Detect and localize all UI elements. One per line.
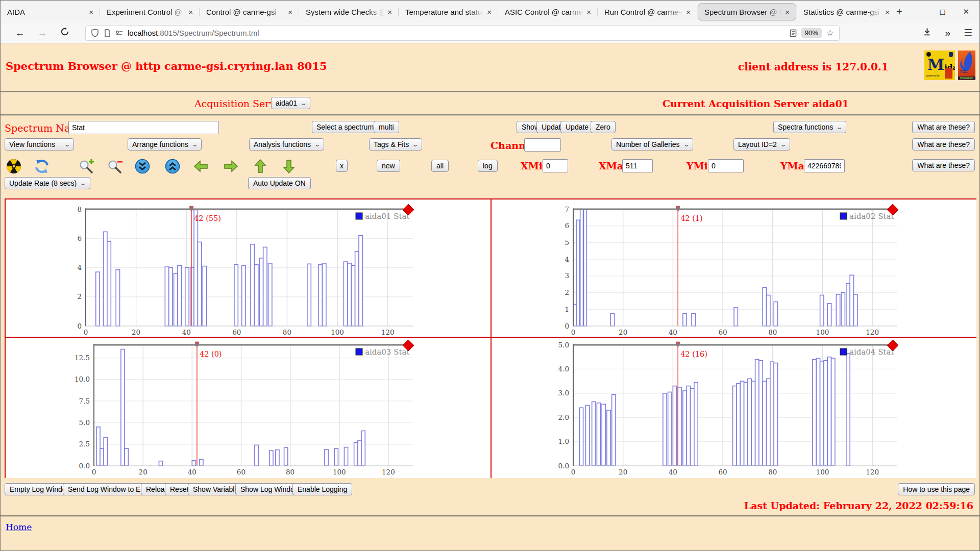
tab-aida[interactable]: AIDA× <box>1 3 100 20</box>
spectrum-panel-aida03: 42 (0)0.02.55.07.510.012.502040608010012… <box>6 338 491 478</box>
all-button[interactable]: all <box>431 160 449 172</box>
tab-experiment-control-ca[interactable]: Experiment Control @ ca× <box>101 3 199 20</box>
midas-logo[interactable]: Midas powered by <box>924 51 955 80</box>
tab-close-icon[interactable]: × <box>386 8 393 16</box>
url-field[interactable]: localhost:8015/Spectrum/Spectrum.tml 90%… <box>85 26 840 41</box>
shield-icon[interactable] <box>91 29 99 37</box>
tab-close-icon[interactable]: × <box>187 8 194 16</box>
reader-mode-icon[interactable] <box>790 29 797 37</box>
number-of-galleries-select[interactable]: Number of Galleries⌄ <box>611 138 693 151</box>
acquisition-server-select[interactable]: aida01⌄ <box>271 97 310 109</box>
y-tick-label: 0 <box>77 322 82 330</box>
tcl-powered-text: POWERED <box>958 77 975 80</box>
spectrum-chart-aida01[interactable]: 42 (55)02468020406080100120aida01 Stat <box>6 199 489 336</box>
downloads-icon[interactable] <box>923 28 932 39</box>
spectrum-chart-aida03[interactable]: 42 (0)0.02.55.07.510.012.502040608010012… <box>6 338 489 477</box>
spectra-functions-select[interactable]: Spectra functions⌄ <box>773 121 846 133</box>
x-tick-label: 100 <box>331 328 344 336</box>
scroll-down-icon[interactable] <box>134 159 151 174</box>
x-tick-label: 40 <box>188 468 197 476</box>
page-info-icon[interactable] <box>104 29 111 37</box>
what-are-these-button[interactable]: What are these? <box>912 138 975 151</box>
tab-label: Statistics @ carme-gsi <box>803 8 882 16</box>
tab-control-carme-gsi[interactable]: Control @ carme-gsi× <box>200 3 299 20</box>
view-functions-select[interactable]: View functions⌄ <box>5 138 74 151</box>
spectrum-chart-aida04[interactable]: 42 (16)0.01.02.03.04.05.0020406080100120… <box>492 338 975 477</box>
tab-run-control-carme-gs[interactable]: Run Control @ carme-gs× <box>598 3 697 20</box>
browser-window: AIDA×Experiment Control @ ca×Control @ c… <box>0 0 980 551</box>
overflow-menu-icon[interactable]: » <box>945 28 950 39</box>
arrange-functions-select[interactable]: Arrange functions⌄ <box>128 138 202 151</box>
zero-button[interactable]: Zero <box>591 121 616 133</box>
bookmark-star-icon[interactable]: ☆ <box>826 28 834 38</box>
tab-close-icon[interactable]: × <box>685 8 692 16</box>
pan-left-icon[interactable] <box>193 159 209 174</box>
ymin-input[interactable] <box>708 159 744 172</box>
tab-close-icon[interactable]: × <box>287 8 293 16</box>
new-button[interactable]: new <box>377 160 400 172</box>
cursor-value-label: 42 (0) <box>200 350 222 358</box>
what-are-these-button[interactable]: What are these? <box>912 159 975 171</box>
refresh-icon[interactable] <box>34 159 50 174</box>
scroll-up-icon[interactable] <box>164 159 181 174</box>
tcl-logo[interactable]: TCL POWERED <box>958 51 975 80</box>
layout-id-select[interactable]: Layout ID=2⌄ <box>733 138 790 151</box>
tab-close-icon[interactable]: × <box>88 8 94 16</box>
zoom-out-icon[interactable] <box>107 159 123 174</box>
x-button[interactable]: x <box>336 160 348 172</box>
y-tick-label: 5 <box>565 238 569 246</box>
tab-asic-control-carme-g[interactable]: ASIC Control @ carme-g× <box>499 3 597 20</box>
x-tick-label: 0 <box>92 468 96 476</box>
url-bar: ← → localhost:8015/Spectrum/Spectrum.tml… <box>1 23 979 43</box>
how-to-use-button[interactable]: How to use this page <box>898 483 975 495</box>
pan-down-icon[interactable] <box>281 159 297 174</box>
x-tick-label: 20 <box>139 468 148 476</box>
pan-up-icon[interactable] <box>252 159 268 174</box>
zoom-level-badge[interactable]: 90% <box>801 28 822 38</box>
y-tick-label: 5.0 <box>79 418 90 427</box>
update-rate-select[interactable]: Update Rate (8 secs)⌄ <box>5 177 90 189</box>
home-link[interactable]: Home <box>6 522 32 532</box>
connection-icon[interactable] <box>115 30 123 37</box>
reload-icon[interactable] <box>56 27 74 39</box>
multi-button[interactable]: multi <box>374 121 399 133</box>
tab-strip: AIDA×Experiment Control @ ca×Control @ c… <box>1 1 896 23</box>
zoom-in-icon[interactable] <box>78 159 94 174</box>
back-icon[interactable]: ← <box>11 28 29 39</box>
what-are-these-button[interactable]: What are these? <box>912 121 975 133</box>
y-tick-label: 12.5 <box>75 354 90 362</box>
ymax-input[interactable] <box>804 159 845 172</box>
enable-logging-button[interactable]: Enable Logging <box>292 483 352 495</box>
tab-label: Experiment Control @ ca <box>107 8 185 16</box>
app-menu-icon[interactable]: ☰ <box>964 27 972 39</box>
minimize-button[interactable]: – <box>912 8 927 16</box>
tab-statistics-carme-gsi[interactable]: Statistics @ carme-gsi× <box>797 3 896 20</box>
auto-update-button[interactable]: Auto Update ON <box>248 177 311 189</box>
channel-input[interactable] <box>524 138 561 152</box>
divider <box>1 515 979 516</box>
tab-system-wide-checks-c[interactable]: System wide Checks @ c× <box>300 3 398 20</box>
tab-close-icon[interactable]: × <box>784 8 791 16</box>
window-controls: – ◻ ✕ <box>902 1 980 23</box>
xmax-input[interactable] <box>622 159 653 172</box>
tags-fits-select[interactable]: Tags & Fits⌄ <box>369 138 422 151</box>
x-tick-label: 40 <box>669 468 677 476</box>
spectrum-name-input[interactable] <box>68 121 219 134</box>
pan-right-icon[interactable] <box>223 159 239 174</box>
cursor-value-label: 42 (55) <box>194 214 221 222</box>
xmin-input[interactable] <box>543 159 568 172</box>
x-tick-label: 40 <box>669 328 677 336</box>
forward-icon[interactable]: → <box>33 28 52 39</box>
new-tab-button[interactable]: + <box>896 1 902 23</box>
tab-close-icon[interactable]: × <box>884 8 891 16</box>
close-button[interactable]: ✕ <box>959 7 974 16</box>
maximize-button[interactable]: ◻ <box>935 7 950 16</box>
analysis-functions-select[interactable]: Analysis functions⌄ <box>249 138 324 151</box>
spectrum-chart-aida02[interactable]: 42 (1)01234567020406080100120aida02 Stat <box>492 199 975 336</box>
tab-temperature-and-status-s[interactable]: Temperature and status s× <box>399 3 498 20</box>
tab-close-icon[interactable]: × <box>585 8 592 16</box>
radioactive-icon[interactable] <box>6 159 22 174</box>
tab-close-icon[interactable]: × <box>486 8 493 16</box>
tab-spectrum-browser-ca[interactable]: Spectrum Browser @ ca× <box>698 3 796 20</box>
log-button[interactable]: log <box>478 160 498 172</box>
